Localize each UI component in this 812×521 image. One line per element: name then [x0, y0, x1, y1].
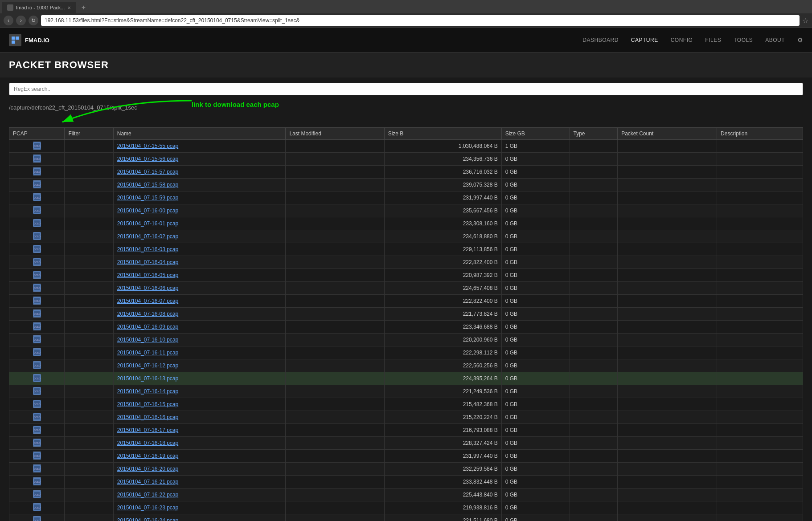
file-link[interactable]: 20150104_07-16-09.pcap — [117, 324, 178, 330]
nav-config[interactable]: CONFIG — [671, 37, 693, 43]
type-cell — [570, 346, 618, 359]
svg-text:pcap: pcap — [33, 312, 40, 316]
file-link[interactable]: 20150104_07-16-11.pcap — [117, 350, 178, 356]
pcap-icon[interactable]: pcap — [33, 516, 41, 521]
file-link[interactable]: 20150104_07-16-07.pcap — [117, 298, 178, 304]
svg-text:pcap: pcap — [33, 260, 40, 264]
pcap-icon[interactable]: pcap — [33, 490, 41, 498]
file-link[interactable]: 20150104_07-16-17.pcap — [117, 427, 178, 433]
pcap-icon[interactable]: pcap — [33, 361, 41, 369]
col-packet-count: Packet Count — [618, 128, 717, 140]
file-link[interactable]: 20150104_07-15-59.pcap — [117, 195, 178, 201]
file-link[interactable]: 20150104_07-16-14.pcap — [117, 388, 178, 395]
filter-cell — [65, 359, 113, 372]
pcap-icon[interactable]: pcap — [33, 142, 41, 150]
file-link[interactable]: 20150104_07-16-01.pcap — [117, 220, 178, 227]
last-modified-cell — [286, 243, 384, 256]
file-link[interactable]: 20150104_07-16-03.pcap — [117, 246, 178, 252]
file-link[interactable]: 20150104_07-15-58.pcap — [117, 182, 178, 188]
pcap-icon[interactable]: pcap — [33, 180, 41, 188]
file-link[interactable]: 20150104_07-16-19.pcap — [117, 453, 178, 459]
bookmark-icon[interactable]: ☆ — [802, 16, 808, 25]
file-link[interactable]: 20150104_07-16-06.pcap — [117, 285, 178, 291]
file-link[interactable]: 20150104_07-16-22.pcap — [117, 492, 178, 498]
nav-about[interactable]: ABOUT — [765, 37, 785, 43]
col-size-b: Size B — [384, 128, 501, 140]
pcap-icon[interactable]: pcap — [33, 309, 41, 317]
forward-button[interactable]: › — [16, 16, 26, 25]
file-link[interactable]: 20150104_07-16-16.pcap — [117, 414, 178, 420]
file-link[interactable]: 20150104_07-16-23.pcap — [117, 505, 178, 511]
pcap-icon[interactable]: pcap — [33, 374, 41, 382]
nav-tools[interactable]: TOOLS — [734, 37, 753, 43]
pcap-icon[interactable]: pcap — [33, 297, 41, 305]
settings-icon[interactable]: ⚙ — [797, 37, 803, 44]
file-link[interactable]: 20150104_07-15-56.pcap — [117, 156, 178, 162]
table-row: pcap20150104_07-16-17.pcap216,793,088 B0… — [9, 424, 803, 437]
pcap-icon[interactable]: pcap — [33, 167, 41, 175]
pcap-icon[interactable]: pcap — [33, 232, 41, 240]
size-gb-cell: 0 GB — [501, 230, 570, 243]
search-input[interactable] — [9, 83, 803, 95]
pcap-icon[interactable]: pcap — [33, 400, 41, 408]
address-bar[interactable] — [41, 15, 800, 26]
pcap-icon[interactable]: pcap — [33, 413, 41, 421]
back-button[interactable]: ‹ — [4, 16, 13, 25]
file-link[interactable]: 20150104_07-16-18.pcap — [117, 440, 178, 446]
file-link[interactable]: 20150104_07-16-00.pcap — [117, 208, 178, 214]
pcap-cell: pcap — [9, 398, 65, 411]
packet-count-cell — [618, 179, 717, 191]
file-link[interactable]: 20150104_07-16-02.pcap — [117, 233, 178, 240]
file-link[interactable]: 20150104_07-16-10.pcap — [117, 337, 178, 343]
pcap-icon[interactable]: pcap — [33, 322, 41, 330]
pcap-icon[interactable]: pcap — [33, 219, 41, 227]
tab-close-button[interactable]: ✕ — [67, 5, 71, 10]
size-gb-cell: 0 GB — [501, 282, 570, 295]
active-tab[interactable]: fmad io - 100G Pack... ✕ — [2, 2, 76, 13]
pcap-icon[interactable]: pcap — [33, 245, 41, 253]
pcap-icon[interactable]: pcap — [33, 464, 41, 472]
pcap-icon[interactable]: pcap — [33, 387, 41, 395]
pcap-icon[interactable]: pcap — [33, 477, 41, 485]
new-tab-button[interactable]: + — [78, 2, 89, 13]
pcap-icon[interactable]: pcap — [33, 271, 41, 279]
file-link[interactable]: 20150104_07-15-57.pcap — [117, 169, 178, 175]
file-link[interactable]: 20150104_07-16-04.pcap — [117, 259, 178, 265]
file-link[interactable]: 20150104_07-16-20.pcap — [117, 466, 178, 472]
pcap-icon[interactable]: pcap — [33, 503, 41, 511]
table-row: pcap20150104_07-16-20.pcap232,259,584 B0… — [9, 463, 803, 476]
pcap-icon[interactable]: pcap — [33, 348, 41, 356]
file-link[interactable]: 20150104_07-16-08.pcap — [117, 311, 178, 317]
pcap-icon[interactable]: pcap — [33, 439, 41, 447]
description-cell — [717, 476, 803, 488]
pcap-icon[interactable]: pcap — [33, 206, 41, 214]
file-link[interactable]: 20150104_07-16-21.pcap — [117, 479, 178, 485]
pcap-icon[interactable]: pcap — [33, 155, 41, 163]
file-link[interactable]: 20150104_07-15-55.pcap — [117, 143, 178, 149]
pcap-icon[interactable]: pcap — [33, 335, 41, 343]
name-cell: 20150104_07-16-16.pcap — [113, 411, 286, 424]
svg-text:pcap: pcap — [33, 144, 40, 148]
file-link[interactable]: 20150104_07-16-12.pcap — [117, 362, 178, 369]
size-b-cell: 222,298,112 B — [384, 346, 501, 359]
file-link[interactable]: 20150104_07-16-24.pcap — [117, 517, 178, 521]
nav-dashboard[interactable]: DASHBOARD — [582, 37, 619, 43]
packet-count-cell — [618, 450, 717, 463]
pcap-cell: pcap — [9, 321, 65, 334]
type-cell — [570, 179, 618, 191]
nav-capture[interactable]: CAPTURE — [631, 37, 658, 43]
pcap-icon[interactable]: pcap — [33, 193, 41, 201]
nav-files[interactable]: FILES — [705, 37, 721, 43]
file-link[interactable]: 20150104_07-16-13.pcap — [117, 375, 178, 382]
file-link[interactable]: 20150104_07-16-15.pcap — [117, 401, 178, 407]
pcap-icon[interactable]: pcap — [33, 258, 41, 266]
pcap-icon[interactable]: pcap — [33, 284, 41, 292]
description-cell — [717, 153, 803, 166]
size-b-cell: 222,560,256 B — [384, 359, 501, 372]
svg-text:pcap: pcap — [33, 377, 40, 380]
pcap-icon[interactable]: pcap — [33, 426, 41, 434]
pcap-icon[interactable]: pcap — [33, 452, 41, 460]
reload-button[interactable]: ↻ — [29, 16, 38, 25]
size-b-cell: 231,997,440 B — [384, 450, 501, 463]
file-link[interactable]: 20150104_07-16-05.pcap — [117, 272, 178, 278]
